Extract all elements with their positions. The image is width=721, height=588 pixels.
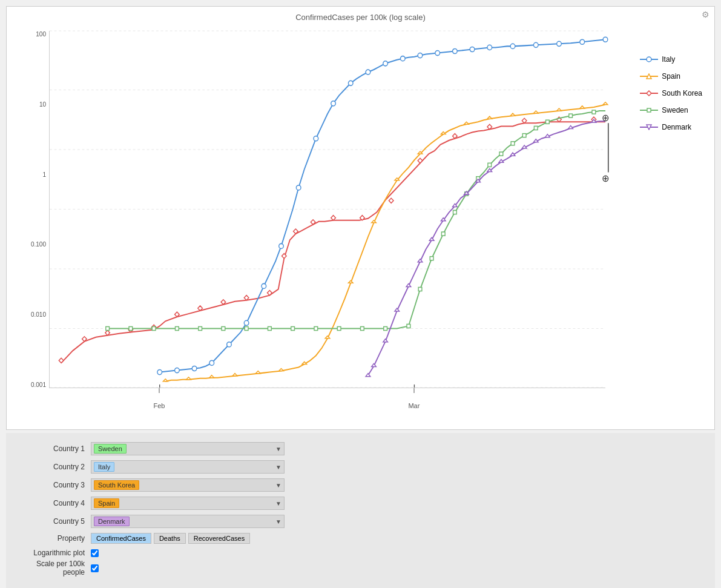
svg-point-42 bbox=[348, 81, 353, 85]
svg-marker-68 bbox=[441, 132, 446, 134]
svg-point-43 bbox=[366, 70, 370, 74]
legend-label-denmark: Denmark bbox=[662, 123, 691, 131]
svg-point-53 bbox=[557, 41, 562, 46]
svg-point-46 bbox=[418, 53, 423, 58]
svg-rect-86 bbox=[337, 326, 341, 330]
svg-marker-69 bbox=[464, 122, 469, 124]
x-axis: Feb Mar bbox=[49, 388, 605, 412]
svg-marker-119 bbox=[533, 139, 538, 142]
country4-row: Country 4 Spain ▼ bbox=[24, 497, 697, 510]
y-label-10: 10 bbox=[39, 101, 46, 108]
svg-marker-58 bbox=[209, 375, 214, 378]
svg-marker-56 bbox=[163, 379, 168, 382]
svg-marker-108 bbox=[406, 283, 411, 286]
log-checkbox[interactable] bbox=[91, 549, 99, 557]
log-row: Logarithmic plot bbox=[24, 549, 697, 557]
svg-marker-25 bbox=[418, 158, 423, 163]
country3-label: Country 3 bbox=[24, 481, 91, 489]
svg-marker-60 bbox=[255, 371, 260, 374]
x-tick-feb bbox=[159, 388, 159, 393]
country5-label: Country 5 bbox=[24, 517, 91, 526]
svg-rect-82 bbox=[245, 326, 248, 330]
country5-select[interactable]: Denmark ▼ bbox=[91, 515, 285, 528]
svg-rect-102 bbox=[569, 114, 573, 117]
svg-text:⊕: ⊕ bbox=[602, 113, 610, 124]
svg-marker-135 bbox=[647, 125, 651, 130]
y-label-0100: 0.100 bbox=[31, 241, 46, 248]
svg-point-44 bbox=[383, 61, 388, 66]
svg-rect-76 bbox=[106, 326, 110, 330]
svg-marker-120 bbox=[545, 134, 550, 137]
country4-select[interactable]: Spain ▼ bbox=[91, 497, 285, 510]
svg-point-48 bbox=[453, 48, 458, 53]
country3-select[interactable]: South Korea ▼ bbox=[91, 478, 285, 492]
y-label-0001: 0.001 bbox=[31, 382, 46, 388]
legend-line-sweden bbox=[640, 107, 658, 113]
svg-marker-121 bbox=[568, 125, 573, 128]
country2-arrow: ▼ bbox=[275, 464, 281, 471]
svg-rect-84 bbox=[291, 326, 295, 330]
legend-label-italy: Italy bbox=[662, 55, 675, 64]
svg-marker-61 bbox=[279, 369, 284, 371]
svg-point-127 bbox=[647, 57, 651, 62]
legend-label-south-korea: South Korea bbox=[662, 89, 702, 97]
controls-panel: Country 1 Sweden ▼ Country 2 Italy ▼ Cou… bbox=[6, 433, 715, 588]
svg-marker-75 bbox=[603, 102, 608, 105]
property-label: Property bbox=[24, 534, 91, 543]
svg-rect-98 bbox=[511, 142, 515, 145]
svg-point-33 bbox=[192, 366, 197, 371]
svg-marker-62 bbox=[302, 362, 307, 364]
x-tick-mar bbox=[413, 388, 414, 393]
svg-marker-64 bbox=[348, 280, 353, 283]
svg-marker-22 bbox=[331, 216, 336, 220]
svg-point-38 bbox=[279, 243, 284, 248]
svg-marker-71 bbox=[510, 113, 515, 116]
chart-inner: ⊕ ⊕ bbox=[49, 31, 605, 388]
country1-label: Country 1 bbox=[24, 444, 91, 453]
svg-rect-88 bbox=[384, 326, 387, 330]
scale-label: Scale per 100k people bbox=[24, 560, 91, 576]
country1-arrow: ▼ bbox=[275, 446, 281, 452]
svg-marker-70 bbox=[487, 116, 492, 119]
chart-title: ConfirmedCases per 100k (log scale) bbox=[13, 13, 708, 22]
svg-point-36 bbox=[244, 320, 249, 325]
legend-item-spain: Spain bbox=[640, 72, 702, 81]
country4-tag: Spain bbox=[94, 498, 119, 508]
svg-rect-87 bbox=[361, 326, 364, 330]
legend: Italy Spain South Korea bbox=[640, 55, 702, 131]
svg-point-52 bbox=[533, 42, 538, 47]
svg-rect-78 bbox=[152, 326, 156, 330]
svg-point-35 bbox=[227, 342, 232, 347]
legend-label-sweden: Sweden bbox=[662, 106, 688, 114]
country3-arrow: ▼ bbox=[275, 482, 281, 489]
svg-rect-133 bbox=[647, 108, 651, 112]
legend-line-denmark bbox=[640, 124, 658, 130]
svg-marker-57 bbox=[186, 377, 191, 380]
svg-rect-100 bbox=[534, 126, 538, 130]
svg-rect-91 bbox=[430, 257, 433, 260]
legend-item-sweden: Sweden bbox=[640, 106, 702, 114]
country1-select[interactable]: Sweden ▼ bbox=[91, 442, 285, 455]
svg-marker-9 bbox=[59, 358, 64, 363]
settings-icon[interactable]: ⚙ bbox=[702, 10, 709, 19]
svg-marker-106 bbox=[383, 339, 388, 342]
svg-point-31 bbox=[157, 370, 162, 375]
svg-marker-74 bbox=[580, 106, 585, 108]
legend-item-italy: Italy bbox=[640, 55, 702, 64]
svg-marker-117 bbox=[510, 153, 515, 156]
svg-point-32 bbox=[175, 368, 180, 373]
svg-rect-103 bbox=[592, 110, 596, 114]
country2-select[interactable]: Italy ▼ bbox=[91, 460, 285, 474]
svg-marker-107 bbox=[395, 308, 400, 311]
legend-line-south-korea bbox=[640, 90, 658, 96]
chart-panel: ⚙ ConfirmedCases per 100k (log scale) 10… bbox=[6, 6, 715, 430]
x-label-feb: Feb bbox=[153, 402, 165, 409]
property-deaths[interactable]: Deaths bbox=[154, 533, 186, 544]
property-recovered[interactable]: RecoveredCases bbox=[188, 533, 250, 544]
denmark-markers bbox=[366, 119, 596, 376]
property-confirmed[interactable]: ConfirmedCases bbox=[91, 533, 151, 544]
scale-checkbox[interactable] bbox=[91, 564, 99, 572]
svg-rect-81 bbox=[222, 326, 225, 330]
country1-tag: Sweden bbox=[94, 444, 127, 454]
svg-marker-59 bbox=[232, 374, 237, 376]
